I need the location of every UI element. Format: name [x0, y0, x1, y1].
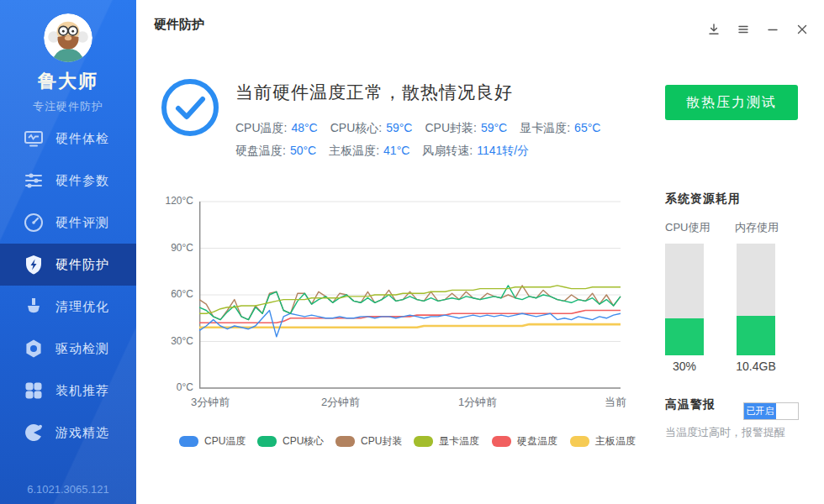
legend-item: CPU封装	[335, 434, 407, 449]
sidebar-item-label: 硬件参数	[55, 173, 109, 189]
memory-usage-bar	[737, 244, 775, 355]
chart-legend: CPU温度 CPU核心 CPU封装 显卡温度 硬盘温度 主板温度	[179, 434, 650, 449]
alert-title: 高温警报	[665, 397, 716, 412]
metrics-row: CPU温度:48°C CPU核心:59°C CPU封装:59°C 显卡温度:65…	[235, 117, 613, 139]
stress-test-button[interactable]: 散热压力测试	[665, 85, 798, 120]
sidebar-item-label: 游戏精选	[55, 425, 109, 441]
y-axis-tick: 90°C	[136, 242, 193, 254]
sidebar-item-label: 硬件体检	[55, 131, 109, 147]
sidebar-item-label: 装机推荐	[55, 383, 109, 399]
legend-swatch	[492, 436, 511, 447]
cpu-usage-value: 30%	[655, 360, 714, 373]
minimize-icon	[766, 23, 781, 36]
minimize-button[interactable]	[764, 20, 783, 39]
sidebar-item-label: 驱动检测	[55, 341, 109, 357]
status-check-icon	[160, 77, 220, 138]
y-axis-tick: 120°C	[136, 195, 193, 207]
brand-slogan: 专注硬件防护	[0, 99, 136, 114]
metric: CPU核心:59°C	[330, 121, 413, 136]
legend-item: CPU核心	[257, 434, 329, 449]
metric: CPU封装:59°C	[425, 121, 507, 136]
game-icon	[23, 422, 45, 444]
x-axis-tick: 3分钟前	[191, 395, 230, 410]
monitor-pulse-icon	[23, 128, 45, 150]
alert-toggle-track	[776, 403, 798, 419]
resources-title: 系统资源耗用	[665, 192, 741, 207]
sidebar-item-hardware-benchmark[interactable]: 硬件评测	[0, 202, 136, 244]
close-icon	[795, 23, 811, 36]
x-axis-tick: 当前	[576, 395, 626, 410]
metric: 硬盘温度:50°C	[235, 144, 316, 159]
brand-avatar	[44, 13, 92, 62]
download-icon	[707, 23, 722, 36]
sidebar: 鲁大师 专注硬件防护 硬件体检 硬件参数 硬件评测	[0, 0, 136, 504]
page-title: 硬件防护	[154, 17, 204, 33]
legend-swatch	[257, 436, 277, 447]
main-panel: 硬件防护 当前硬件温度正常，散热情况良好 CPU温度:48°C CPU核心:59…	[136, 0, 824, 504]
x-axis-tick: 1分钟前	[444, 395, 511, 410]
legend-swatch	[179, 436, 198, 447]
sidebar-item-cleanup[interactable]: 清理优化	[0, 286, 136, 328]
alert-description: 当温度过高时，报警提醒	[665, 425, 785, 440]
memory-usage-fill	[737, 316, 775, 355]
sidebar-item-driver-check[interactable]: 驱动检测	[0, 328, 136, 370]
x-axis-tick: 2分钟前	[307, 395, 374, 410]
memory-usage-label: 内存使用	[735, 220, 779, 235]
sidebar-item-label: 硬件防护	[55, 257, 109, 273]
four-squares-icon	[23, 380, 45, 402]
download-button[interactable]	[705, 20, 724, 39]
gauge-icon	[23, 212, 45, 234]
metric: 主板温度:41°C	[329, 144, 409, 159]
brush-icon	[23, 296, 45, 318]
close-button[interactable]	[794, 20, 812, 39]
cpu-usage-label: CPU使用	[665, 220, 710, 235]
window-controls	[705, 20, 812, 39]
sidebar-item-hardware-protection[interactable]: 硬件防护	[0, 244, 136, 286]
legend-item: 显卡温度	[414, 434, 485, 449]
metrics-row: 硬盘温度:50°C 主板温度:41°C 风扇转速:1141转/分	[235, 139, 613, 162]
sidebar-item-hardware-checkup[interactable]: 硬件体检	[0, 118, 136, 160]
legend-item: 主板温度	[570, 434, 642, 449]
y-axis-tick: 30°C	[136, 335, 193, 347]
version-text: 6.1021.3065.121	[0, 483, 136, 496]
temperature-metrics: CPU温度:48°C CPU核心:59°C CPU封装:59°C 显卡温度:65…	[235, 117, 613, 162]
memory-usage-value: 10.4GB	[726, 360, 785, 373]
sidebar-item-hardware-params[interactable]: 硬件参数	[0, 160, 136, 202]
legend-swatch	[570, 436, 589, 447]
y-axis-tick: 0°C	[136, 381, 193, 393]
sidebar-item-build-recommend[interactable]: 装机推荐	[0, 370, 136, 412]
legend-swatch	[414, 436, 433, 447]
status-headline: 当前硬件温度正常，散热情况良好	[235, 81, 513, 104]
app-window: 鲁大师 专注硬件防护 硬件体检 硬件参数 硬件评测	[0, 0, 824, 504]
sidebar-item-game-picks[interactable]: 游戏精选	[0, 412, 136, 454]
cpu-usage-bar	[665, 244, 704, 355]
menu-button[interactable]	[735, 20, 753, 39]
sidebar-item-label: 硬件评测	[55, 215, 109, 231]
y-axis-tick: 60°C	[136, 288, 193, 300]
legend-swatch	[335, 436, 355, 447]
cpu-usage-fill	[665, 318, 704, 355]
brand-name: 鲁大师	[0, 69, 136, 94]
alert-toggle-state: 已开启	[744, 403, 776, 419]
shield-bolt-icon	[23, 254, 45, 276]
temperature-chart	[199, 202, 621, 388]
sidebar-item-label: 清理优化	[55, 299, 109, 315]
sliders-icon	[23, 170, 45, 192]
legend-item: CPU温度	[179, 434, 251, 449]
sidebar-menu: 硬件体检 硬件参数 硬件评测 硬件防护	[0, 118, 136, 454]
metric: 显卡温度:65°C	[520, 121, 600, 136]
metric: 风扇转速:1141转/分	[422, 144, 529, 159]
menu-icon	[737, 23, 752, 36]
brand: 鲁大师 专注硬件防护	[0, 0, 136, 114]
mascot-icon	[44, 13, 92, 62]
nut-icon	[23, 338, 45, 360]
alert-toggle[interactable]: 已开启	[743, 402, 799, 420]
metric: CPU温度:48°C	[235, 121, 318, 136]
legend-item: 硬盘温度	[492, 434, 563, 449]
